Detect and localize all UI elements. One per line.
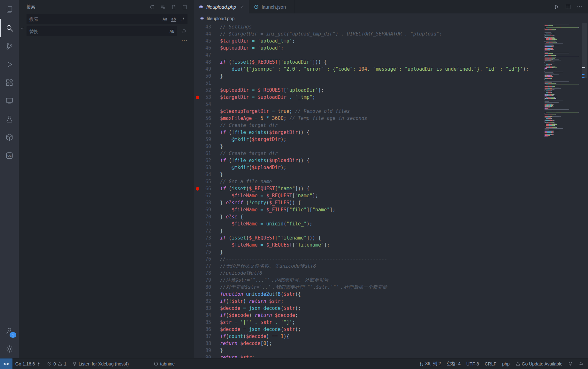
gutter-margin[interactable]	[194, 44, 201, 51]
gutter-margin[interactable]	[194, 206, 201, 213]
gutter-margin[interactable]	[194, 270, 201, 277]
gutter-margin[interactable]	[194, 255, 201, 263]
code-line-56[interactable]: 56$maxFileAge = 5 * 3600; // Temp file a…	[194, 115, 545, 122]
collapse-button[interactable]	[181, 3, 189, 11]
code-line-75[interactable]: 75}	[194, 248, 545, 255]
code-line-90[interactable]: 90return $str;	[194, 354, 545, 358]
gutter-margin[interactable]	[194, 136, 201, 143]
activity-item-accounts[interactable]: 1	[0, 322, 19, 340]
gutter-margin[interactable]	[194, 263, 201, 270]
gutter-margin[interactable]	[194, 192, 201, 199]
code-line-44[interactable]: 44// $targetDir = ini_get("upload_tmp_di…	[194, 30, 545, 37]
gutter-margin[interactable]	[194, 37, 201, 44]
status-remote-indicator[interactable]: ><	[0, 358, 12, 369]
activity-item-source-control[interactable]	[0, 37, 19, 55]
clear-results-button[interactable]	[159, 3, 167, 11]
gutter-margin[interactable]	[194, 213, 201, 220]
replace-all-button[interactable]	[180, 27, 187, 35]
code-line-81[interactable]: 81function unicode2utf8($str){	[194, 291, 545, 298]
code-line-63[interactable]: 63 @mkdir($uploadDir);	[194, 164, 545, 171]
activity-item-extensions[interactable]	[0, 74, 19, 92]
code-line-87[interactable]: 87if(count($decode) == 1){	[194, 333, 545, 340]
activity-item-explorer[interactable]	[0, 1, 19, 19]
gutter-margin[interactable]	[194, 23, 201, 30]
gutter-margin[interactable]	[194, 220, 201, 227]
activity-item-search[interactable]	[0, 19, 19, 37]
code-line-53[interactable]: 53$targetDir = $uploadDir . "_tmp";	[194, 94, 545, 101]
code-line-52[interactable]: 52$uploadDir = $_REQUEST['uploadDir'];	[194, 87, 545, 94]
code-line-86[interactable]: 86$decode = json_decode($str);	[194, 326, 545, 333]
gutter-margin[interactable]	[194, 340, 201, 347]
refresh-button[interactable]	[148, 3, 156, 11]
gutter-margin[interactable]	[194, 171, 201, 178]
code-line-43[interactable]: 43// Settings	[194, 23, 545, 30]
gutter-margin[interactable]	[194, 199, 201, 206]
gutter-margin[interactable]	[194, 59, 201, 66]
search-input[interactable]	[27, 17, 161, 22]
split-editor-button[interactable]	[563, 2, 573, 12]
gutter-margin[interactable]	[194, 312, 201, 319]
code-line-46[interactable]: 46$uploadDir = 'upload';	[194, 44, 545, 51]
status-problems[interactable]: 01	[44, 358, 69, 369]
gutter-margin[interactable]	[194, 298, 201, 305]
code-line-79[interactable]: 79//注意$str='"..."'，内部双引号, 外部单引号	[194, 277, 545, 284]
status-language-mode[interactable]: php	[499, 358, 512, 369]
status-go-version[interactable]: Go 1.16.6	[12, 358, 44, 369]
status-go-update[interactable]: Go Update Available	[513, 358, 565, 369]
gutter-margin[interactable]	[194, 241, 201, 248]
code-line-55[interactable]: 55$cleanupTargetDir = true; // Remove ol…	[194, 108, 545, 115]
gutter-margin[interactable]	[194, 284, 201, 291]
code-line-88[interactable]: 88return $decode[0];	[194, 340, 545, 347]
gutter-margin[interactable]	[194, 143, 201, 150]
gutter-margin[interactable]	[194, 277, 201, 284]
gutter-margin[interactable]	[194, 354, 201, 358]
gutter-margin[interactable]	[194, 51, 201, 59]
gutter-margin[interactable]	[194, 30, 201, 37]
code-line-47[interactable]: 47	[194, 51, 545, 59]
status-notifications[interactable]	[576, 358, 586, 369]
code-line-80[interactable]: 80//对于变量$str='..'，我们需要处理'"'.$str.'"'，处理后…	[194, 284, 545, 291]
gutter-margin[interactable]	[194, 347, 201, 354]
code-line-61[interactable]: 61// Create target dir	[194, 150, 545, 157]
code-line-89[interactable]: 89}	[194, 347, 545, 354]
tab-launch.json[interactable]: launch.json	[249, 0, 294, 13]
activity-item-settings[interactable]	[0, 340, 19, 358]
gutter-margin[interactable]	[194, 87, 201, 94]
code-line-78[interactable]: 78//unicode转utf8	[194, 270, 545, 277]
status-eol[interactable]: CRLF	[482, 358, 500, 369]
code-line-70[interactable]: 70} else {	[194, 213, 545, 220]
gutter-margin[interactable]	[194, 101, 201, 108]
gutter-margin[interactable]	[194, 157, 201, 164]
run-button[interactable]	[552, 2, 561, 12]
code-line-74[interactable]: 74 $fileName = $_REQUEST["filename"];	[194, 241, 545, 248]
activity-item-run-and-debug[interactable]	[0, 55, 19, 74]
breadcrumb-item[interactable]: fileupload.php	[207, 16, 234, 21]
code-line-64[interactable]: 64}	[194, 171, 545, 178]
code-line-51[interactable]: 51	[194, 80, 545, 87]
toggle-search-details-button[interactable]: ···	[181, 39, 187, 43]
code-line-59[interactable]: 59 @mkdir($targetDir);	[194, 136, 545, 143]
regex-toggle[interactable]: .*	[179, 15, 186, 23]
code-line-84[interactable]: 84if($decode) return $decode;	[194, 312, 545, 319]
code-editor[interactable]: 43// Settings44// $targetDir = ini_get("…	[194, 23, 588, 358]
code-line-49[interactable]: 49 die('{"jsonrpc" : "2.0", "error" : {"…	[194, 66, 545, 73]
gutter-margin[interactable]	[194, 333, 201, 340]
code-line-54[interactable]: 54	[194, 101, 545, 108]
status-tabnine[interactable]: tabnine	[151, 358, 178, 369]
gutter-margin[interactable]	[194, 326, 201, 333]
gutter-margin[interactable]	[194, 80, 201, 87]
gutter-margin[interactable]	[194, 248, 201, 255]
code-line-68[interactable]: 68} elseif (!empty($_FILES)) {	[194, 199, 545, 206]
gutter-margin[interactable]	[194, 164, 201, 171]
code-line-57[interactable]: 57// Create target dir	[194, 122, 545, 129]
code-line-76[interactable]: 76//------------------------------------…	[194, 255, 545, 263]
breadcrumb[interactable]: php fileupload.php	[194, 13, 588, 23]
activity-item-codeql[interactable]: QL	[0, 146, 19, 165]
gutter-margin[interactable]	[194, 129, 201, 136]
code-line-83[interactable]: 83$decode = json_decode($str);	[194, 305, 545, 312]
code-line-45[interactable]: 45$targetDir = 'upload_tmp';	[194, 37, 545, 44]
gutter-margin[interactable]	[194, 150, 201, 157]
status-indentation[interactable]: 空格: 4	[444, 358, 463, 369]
close-tab-button[interactable]	[239, 3, 246, 10]
whole-word-toggle[interactable]: ab	[170, 15, 177, 23]
